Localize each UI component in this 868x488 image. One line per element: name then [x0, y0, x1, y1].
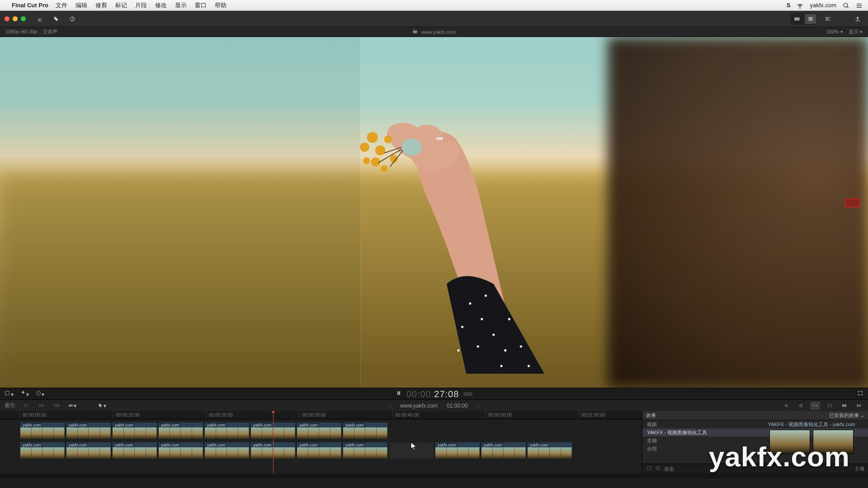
- macos-menubar: Final Cut Pro 文件 编辑 修剪 标记 片段 修改 显示 窗口 帮助…: [0, 0, 868, 11]
- svg-point-23: [375, 145, 385, 155]
- window-controls: [5, 16, 26, 21]
- timeline-clip[interactable]: yakfx.com: [204, 442, 250, 459]
- effects-search-input[interactable]: [664, 466, 852, 472]
- timeline-clip[interactable]: yakfx.com: [297, 442, 342, 459]
- timeline-clip[interactable]: yakfx.com: [435, 442, 480, 459]
- insert-clip-icon[interactable]: [36, 402, 46, 410]
- svg-point-22: [360, 142, 369, 152]
- fullscreen-button[interactable]: [857, 390, 863, 398]
- timeline-clip[interactable]: yakfx.com: [481, 442, 526, 459]
- display-dropdown[interactable]: 显示 ▾: [849, 28, 863, 35]
- effect-thumbnail[interactable]: [769, 430, 810, 454]
- select-tool-dropdown[interactable]: ▾: [97, 402, 107, 410]
- view-options-dropdown[interactable]: ▾: [5, 390, 14, 398]
- effects-count: 3 项: [855, 465, 864, 472]
- svg-point-14: [520, 345, 522, 347]
- timeline-clip[interactable]: yakfx.com: [297, 422, 342, 439]
- spotlight-icon[interactable]: [843, 1, 849, 9]
- keyword-button[interactable]: [50, 14, 62, 24]
- effects-browser-toggle[interactable]: [839, 402, 849, 410]
- pause-button[interactable]: [396, 390, 402, 398]
- browser-layout-toggle[interactable]: [790, 13, 817, 25]
- retime-dropdown[interactable]: ▾: [35, 390, 44, 398]
- index-button[interactable]: 索引: [5, 402, 15, 409]
- effects-installed-dropdown[interactable]: 已安装的效果 ⌄: [829, 412, 864, 419]
- horizontal-scrollbar[interactable]: [0, 474, 868, 478]
- timeline-clip[interactable]: yakfx.com: [343, 442, 388, 459]
- video-track-2[interactable]: yakfx.comyakfx.comyakfx.comyakfx.comyakf…: [20, 442, 642, 459]
- menu-edit[interactable]: 编辑: [75, 1, 87, 9]
- audio-skimming-icon[interactable]: [796, 402, 806, 410]
- menu-modify[interactable]: 修改: [155, 1, 167, 9]
- menu-window[interactable]: 窗口: [195, 1, 207, 9]
- clip-label: yakfx.com: [22, 443, 42, 447]
- menu-mark[interactable]: 标记: [115, 1, 127, 9]
- app-name[interactable]: Final Cut Pro: [12, 2, 48, 9]
- effects-title: 效果: [646, 412, 656, 419]
- viewer[interactable]: [0, 37, 868, 388]
- timeline-clip[interactable]: yakfx.com: [20, 422, 65, 439]
- wifi-icon[interactable]: [797, 1, 803, 9]
- skimming-toggle-icon[interactable]: [781, 402, 791, 410]
- menu-help[interactable]: 帮助: [215, 1, 226, 9]
- enhance-dropdown[interactable]: ▾: [20, 390, 29, 398]
- menu-view[interactable]: 显示: [175, 1, 187, 9]
- import-button[interactable]: [34, 14, 46, 24]
- viewer-overlay-indicator: [844, 198, 860, 207]
- svg-point-16: [476, 345, 479, 347]
- timeline-prev-button[interactable]: ‹: [389, 402, 391, 409]
- effect-preview: YAKFX - 视频图像锐化工具 - yakfx.com: [760, 421, 863, 454]
- clip-label: yakfx.com: [298, 423, 319, 427]
- timeline-tracks-area[interactable]: 00:00:00:0000:00:10:0000:00:20:0000:00:3…: [0, 411, 642, 474]
- solo-toggle-icon[interactable]: [810, 402, 820, 410]
- timeline-clip[interactable]: yakfx.com: [112, 422, 157, 439]
- svg-point-17: [500, 365, 502, 367]
- clip-label: yakfx.com: [160, 443, 180, 447]
- list-view-icon[interactable]: [805, 14, 816, 24]
- minimize-window-button[interactable]: [13, 16, 18, 21]
- timeline-clip[interactable]: yakfx.com: [158, 442, 203, 459]
- menu-clip[interactable]: 片段: [135, 1, 147, 9]
- close-window-button[interactable]: [5, 16, 9, 21]
- project-name[interactable]: www.yakfx.com: [421, 29, 456, 35]
- clip-label: yakfx.com: [206, 423, 226, 427]
- timeline-clip[interactable]: yakfx.com: [204, 422, 250, 439]
- menubar-site: yakfx.com: [810, 2, 836, 9]
- effects-library-icon[interactable]: [646, 465, 652, 473]
- svg-point-8: [481, 318, 483, 320]
- background-tasks-button[interactable]: [66, 14, 78, 24]
- svg-point-13: [508, 318, 510, 320]
- timeline-clip[interactable]: yakfx.com: [527, 442, 572, 459]
- timeline-clip[interactable]: yakfx.com: [112, 442, 157, 459]
- timeline-clip[interactable]: yakfx.com: [66, 442, 111, 459]
- timeline-clip[interactable]: yakfx.com: [66, 422, 111, 439]
- filmstrip-view-icon[interactable]: [791, 14, 803, 24]
- overwrite-clip-icon[interactable]: ▾: [67, 402, 77, 410]
- svg-rect-6: [808, 19, 812, 20]
- status-s-icon[interactable]: S: [787, 2, 791, 9]
- connect-clip-icon[interactable]: [21, 402, 31, 410]
- control-center-icon[interactable]: [856, 1, 863, 9]
- effect-thumbnail[interactable]: [813, 430, 854, 454]
- timecode-display[interactable]: 00:00:27:08: [406, 389, 459, 399]
- timeline-ruler[interactable]: 00:00:00:0000:00:10:0000:00:20:0000:00:3…: [0, 411, 642, 419]
- transitions-browser-toggle[interactable]: [854, 402, 863, 410]
- snapping-toggle-icon[interactable]: [825, 402, 835, 410]
- menu-file[interactable]: 文件: [56, 1, 67, 9]
- timeline-clip[interactable]: yakfx.com: [343, 422, 388, 439]
- clapper-icon: [412, 29, 418, 35]
- playhead[interactable]: [273, 411, 274, 474]
- timeline-clip[interactable]: [389, 442, 434, 459]
- inspector-toggle-button[interactable]: [822, 14, 834, 24]
- video-track-1[interactable]: yakfx.comyakfx.comyakfx.comyakfx.comyakf…: [20, 422, 642, 439]
- menu-trim[interactable]: 修剪: [95, 1, 107, 9]
- zoom-dropdown[interactable]: 100% ▾: [826, 29, 843, 35]
- zoom-window-button[interactable]: [21, 16, 26, 21]
- timeline-clip[interactable]: yakfx.com: [20, 442, 65, 459]
- timeline-clip[interactable]: yakfx.com: [158, 422, 203, 439]
- share-button[interactable]: [852, 14, 863, 24]
- svg-rect-5: [808, 18, 812, 19]
- svg-rect-20: [436, 137, 443, 140]
- append-clip-icon[interactable]: [52, 402, 61, 410]
- timeline-next-button[interactable]: ›: [477, 402, 479, 409]
